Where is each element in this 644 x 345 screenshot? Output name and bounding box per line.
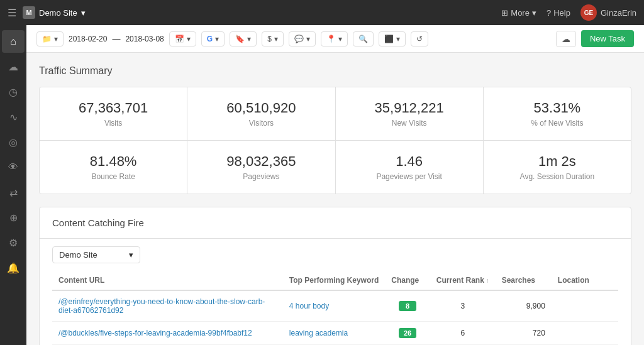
- th-rank[interactable]: Current Rank: [430, 271, 496, 290]
- cell-change: 8: [385, 290, 430, 322]
- folder-icon: 📁: [42, 35, 52, 43]
- site-filter-arrow: ▾: [129, 250, 133, 260]
- content-area: Traffic Summary 67,363,701 Visits 60,510…: [26, 53, 644, 345]
- google-icon: G: [207, 35, 213, 43]
- th-url: Content URL: [52, 271, 283, 290]
- keyword-link[interactable]: leaving academia: [289, 329, 348, 337]
- dollar-button[interactable]: $ ▾: [262, 31, 284, 47]
- sidebar-item-location[interactable]: ⊕: [2, 206, 25, 229]
- stat-session-label: Avg. Session Duration: [496, 172, 618, 181]
- pin-button[interactable]: 📍 ▾: [321, 31, 348, 47]
- comment-icon: 💬: [294, 35, 304, 43]
- keyword-link[interactable]: 4 hour body: [289, 302, 329, 310]
- more-menu[interactable]: ⊞ More ▾: [501, 8, 536, 18]
- cell-keyword: 4 hour body: [283, 290, 385, 322]
- sidebar-item-eye[interactable]: 👁: [2, 156, 25, 178]
- stat-pvpv-label: Pageviews per Visit: [348, 172, 470, 181]
- stat-session-duration: 1m 2s Avg. Session Duration: [484, 141, 631, 194]
- calendar-button[interactable]: 📅 ▾: [169, 31, 196, 47]
- user-profile[interactable]: GE GinzaErin: [580, 4, 636, 21]
- table-header-row: Content URL Top Performing Keyword Chang…: [52, 271, 618, 290]
- dollar-arrow: ▾: [274, 35, 278, 43]
- folder-button[interactable]: 📁 ▾: [36, 31, 64, 47]
- stat-bounce: 81.48% Bounce Rate: [40, 141, 187, 194]
- date-separator: —: [112, 34, 120, 43]
- url-link[interactable]: /@erinfrey/everything-you-need-to-know-a…: [58, 297, 265, 315]
- refresh-icon: ↺: [416, 35, 423, 43]
- eye-icon: 👁: [8, 162, 18, 173]
- stat-pvpv-value: 1.46: [348, 153, 470, 170]
- sidebar-item-notifications[interactable]: 🔔: [2, 256, 25, 279]
- search-toolbar-button[interactable]: 🔍: [353, 31, 374, 47]
- cell-change: 26: [385, 322, 430, 345]
- transfer-icon: ⇄: [9, 187, 18, 199]
- url-link[interactable]: /@bduckles/five-steps-for-leaving-academ…: [58, 329, 252, 337]
- dollar-icon: $: [267, 35, 272, 43]
- activity-icon: ∿: [9, 111, 18, 123]
- screen-icon: ⬛: [384, 35, 394, 43]
- bookmark-arrow: ▾: [247, 35, 251, 43]
- stats-grid: 67,363,701 Visits 60,510,920 Visitors 35…: [39, 87, 631, 194]
- stat-session-value: 1m 2s: [496, 153, 618, 170]
- site-selector[interactable]: M Demo Site ▾: [23, 6, 86, 19]
- stat-new-visits-pct: 53.31% % of New Visits: [484, 87, 631, 140]
- bookmark-button[interactable]: 🔖 ▾: [230, 31, 257, 47]
- stat-pageviews-per-visit: 1.46 Pageviews per Visit: [336, 141, 483, 194]
- hamburger-menu-icon[interactable]: ☰: [8, 7, 16, 19]
- date-to: 2018-03-08: [125, 35, 164, 43]
- grid-icon: ⊞: [501, 8, 508, 18]
- google-arrow: ▾: [215, 35, 219, 43]
- sidebar-item-transfer[interactable]: ⇄: [2, 181, 25, 204]
- sidebar-item-cloud[interactable]: ☁: [2, 55, 25, 78]
- help-menu[interactable]: ? Help: [547, 8, 570, 18]
- table-row: /@bduckles/five-steps-for-leaving-academ…: [52, 322, 618, 345]
- cal-arrow: ▾: [187, 35, 191, 43]
- bell-icon: 🔔: [7, 262, 19, 274]
- stat-pageviews-label: Pageviews: [200, 172, 322, 181]
- screen-button[interactable]: ⬛ ▾: [379, 31, 406, 47]
- content-table: Content URL Top Performing Keyword Chang…: [52, 271, 618, 345]
- th-keyword: Top Performing Keyword: [283, 271, 385, 290]
- new-task-button[interactable]: New Task: [581, 30, 634, 47]
- cell-searches: 720: [496, 322, 552, 345]
- help-icon: ?: [547, 8, 551, 18]
- stat-new-visits-value: 35,912,221: [348, 100, 470, 116]
- traffic-summary-title: Traffic Summary: [39, 65, 631, 77]
- sidebar-item-home[interactable]: ⌂: [2, 30, 25, 53]
- change-badge: 8: [399, 301, 416, 311]
- sidebar-item-settings[interactable]: ⚙: [2, 231, 25, 254]
- comment-button[interactable]: 💬 ▾: [289, 31, 316, 47]
- cloud-upload-button[interactable]: ☁: [556, 31, 576, 47]
- google-button[interactable]: G ▾: [201, 31, 225, 47]
- toolbar: 📁 ▾ 2018-02-20 — 2018-03-08 📅 ▾ G ▾ 🔖 ▾ …: [26, 25, 644, 53]
- calendar-icon: 📅: [175, 35, 184, 43]
- th-searches: Searches: [496, 271, 552, 290]
- cell-rank: 3: [430, 290, 496, 322]
- cell-url: /@erinfrey/everything-you-need-to-know-a…: [52, 290, 283, 322]
- search-toolbar-icon: 🔍: [358, 35, 368, 43]
- main-content: 📁 ▾ 2018-02-20 — 2018-03-08 📅 ▾ G ▾ 🔖 ▾ …: [26, 25, 644, 345]
- settings-icon: ⚙: [9, 237, 18, 249]
- avatar-image: GE: [580, 4, 597, 21]
- cell-location: [552, 290, 618, 322]
- bookmark-icon: 🔖: [235, 35, 245, 43]
- site-name: Demo Site: [39, 8, 77, 18]
- sidebar-item-clock[interactable]: ◷: [2, 80, 25, 103]
- cell-searches: 9,900: [496, 290, 552, 322]
- more-label: More: [511, 8, 530, 18]
- refresh-button[interactable]: ↺: [411, 31, 428, 47]
- site-filter-dropdown[interactable]: Demo Site ▾: [52, 246, 140, 263]
- stat-visitors-value: 60,510,920: [200, 100, 322, 116]
- th-change: Change: [385, 271, 430, 290]
- table-row: /@erinfrey/everything-you-need-to-know-a…: [52, 290, 618, 322]
- sidebar-item-target[interactable]: ◎: [2, 131, 25, 153]
- top-nav-right: ⊞ More ▾ ? Help GE GinzaErin: [501, 4, 636, 21]
- pin-arrow: ▾: [338, 35, 342, 43]
- stat-new-visits-label: New Visits: [348, 119, 470, 128]
- stat-visits: 67,363,701 Visits: [40, 87, 187, 140]
- more-arrow-icon: ▾: [532, 8, 536, 18]
- th-location: Location: [552, 271, 618, 290]
- home-icon: ⌂: [10, 36, 16, 47]
- sidebar-item-activity[interactable]: ∿: [2, 106, 25, 128]
- stat-visits-value: 67,363,701: [52, 100, 174, 116]
